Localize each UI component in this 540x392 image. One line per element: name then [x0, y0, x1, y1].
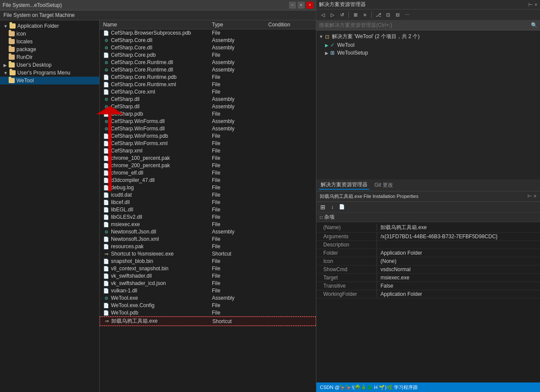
file-row[interactable]: 📄 snapshot_blob.bin File: [100, 258, 316, 265]
file-row[interactable]: ⇒ Shortcut to %smsiexec.exe Shortcut: [100, 250, 316, 258]
file-row[interactable]: 📄 debug.log File: [100, 184, 316, 191]
file-row[interactable]: 📄 WeTool.pdb File: [100, 309, 316, 317]
prop-row[interactable]: WorkingFolder Application Folder: [316, 290, 540, 298]
file-row[interactable]: 📄 libGLESv2.dll File: [100, 214, 316, 221]
file-row[interactable]: 📄 CefSharp.WinForms.xml File: [100, 140, 316, 147]
file-row[interactable]: ⚙ CefSharp.Core.dll Assembly: [100, 44, 316, 52]
file-row[interactable]: ⚙ Newtonsoft.Json.dll Assembly: [100, 228, 316, 236]
collapse-all-button[interactable]: ⊟: [394, 11, 401, 19]
file-row[interactable]: ⚙ CefSharp.dll Assembly: [100, 96, 316, 103]
grid-view-btn[interactable]: ⊞: [319, 203, 327, 211]
file-row[interactable]: ⚙ CefSharp.Core.Runtime.dll Assembly: [100, 59, 316, 66]
back-button[interactable]: ◁: [319, 11, 327, 19]
file-icon: 📄: [103, 170, 109, 176]
file-name-text: CefSharp.Core.Runtime.dll: [111, 67, 173, 73]
file-row[interactable]: ⚙ CefSharp.WinForms.dll Assembly: [100, 118, 316, 125]
file-row[interactable]: ⚙ WeTool.exe Assembly: [100, 295, 316, 302]
props-header: 卸载乌鸦工具箱.exe File Installation Properties…: [316, 191, 540, 202]
file-row[interactable]: ⚙ CefSharp.Core.dll Assembly: [100, 37, 316, 44]
file-row[interactable]: 📄 chrome_200_percent.pak File: [100, 162, 316, 169]
sol-item-solution[interactable]: ▼ ⊡ 解决方案 'WeTool' (2 个项目，共 2 个): [316, 32, 540, 41]
file-row[interactable]: 📄 vk_swiftshader_icd.json File: [100, 280, 316, 287]
prop-row[interactable]: Icon (None): [316, 257, 540, 266]
tree-item-rundir[interactable]: RunDir: [0, 53, 99, 61]
sol-item-wetoolsetup[interactable]: ▶ ⊞ WeToolSetup: [316, 49, 540, 57]
file-row[interactable]: 📄 libcef.dll File: [100, 199, 316, 206]
file-type-cell: File: [210, 133, 267, 139]
file-type-cell: File: [210, 148, 267, 154]
file-type-cell: Assembly: [210, 118, 267, 124]
file-row[interactable]: 📄 chrome_elf.dll File: [100, 169, 316, 177]
file-row[interactable]: 📄 libEGL.dll File: [100, 206, 316, 214]
tree-item-package[interactable]: package: [0, 45, 99, 53]
file-name-text: CefSharp.dll: [111, 96, 140, 102]
pin-button[interactable]: ⌖: [298, 2, 305, 9]
file-row[interactable]: ⚙ CefSharp.WinForms.dll Assembly: [100, 125, 316, 133]
file-row[interactable]: ⚙ CefSharp.Core.Runtime.dll Assembly: [100, 66, 316, 74]
prop-row[interactable]: Description: [316, 241, 540, 249]
file-row[interactable]: 📄 icudtl.dat File: [100, 191, 316, 199]
close-button[interactable]: ×: [306, 2, 313, 9]
file-row[interactable]: 📄 WeTool.exe.Config File: [100, 302, 316, 309]
tree-item-locales[interactable]: locales: [0, 38, 99, 45]
filter-button[interactable]: ≡: [361, 11, 369, 19]
tree-item-app-folder[interactable]: ▼ Application Folder: [0, 22, 99, 30]
assembly-icon: ⚙: [103, 59, 109, 65]
pages-btn[interactable]: 📄: [338, 203, 346, 211]
file-name-text: snapshot_blob.bin: [111, 258, 153, 264]
tree-item-wetool[interactable]: WeTool: [0, 77, 99, 84]
git-button[interactable]: ⎇: [374, 11, 382, 19]
prop-row[interactable]: Target msiexec.exe: [316, 274, 540, 282]
tree-item-users-programs[interactable]: ▼ User's Programs Menu: [0, 69, 99, 77]
col-header-type: Type: [210, 22, 267, 28]
file-type-cell: File: [210, 89, 267, 95]
file-row[interactable]: ⚙ CefSharp.dll Assembly: [100, 103, 316, 110]
file-name-text: Newtonsoft.Json.xml: [111, 236, 159, 242]
solution-explorer-title: 解决方案资源管理器: [319, 1, 366, 8]
prop-row[interactable]: Transitive False: [316, 282, 540, 290]
sort-btn[interactable]: ↕: [329, 203, 336, 211]
prop-row[interactable]: (Name) 卸载乌鸦工具箱.exe: [316, 223, 540, 233]
file-type-cell: File: [210, 207, 267, 213]
file-row[interactable]: 📄 CefSharp.xml File: [100, 147, 316, 155]
sol-item-wetool[interactable]: ▶ ✓ WeTool: [316, 41, 540, 49]
settings-button[interactable]: ⋯: [403, 11, 411, 19]
file-row[interactable]: 📄 CefSharp.Core.Runtime.pdb File: [100, 74, 316, 81]
minimize-button[interactable]: −: [289, 2, 296, 9]
file-row[interactable]: 📄 CefSharp.Core.xml File: [100, 88, 316, 96]
close-icon[interactable]: ×: [534, 2, 537, 8]
file-row[interactable]: 📄 CefSharp.Core.pdb File: [100, 52, 316, 59]
search-bar: 🔍: [316, 20, 540, 30]
file-row[interactable]: 📄 chrome_100_percent.pak File: [100, 155, 316, 162]
forward-button[interactable]: ▷: [329, 11, 336, 19]
prop-row[interactable]: ShowCmd vsdscNormal: [316, 266, 540, 274]
file-row[interactable]: 📄 vulkan-1.dll File: [100, 287, 316, 295]
file-name-cell: ⇒ Shortcut to %smsiexec.exe: [100, 251, 210, 257]
tree-item-users-desktop[interactable]: ▶ User's Desktop: [0, 61, 99, 69]
file-row[interactable]: 📄 CefSharp.WinForms.pdb File: [100, 133, 316, 140]
file-row[interactable]: 📄 vk_swiftshader.dll File: [100, 272, 316, 280]
prop-value: [377, 244, 540, 246]
tab-solution-explorer[interactable]: 解决方案资源管理器: [319, 181, 369, 190]
file-row[interactable]: 📄 d3dcompiler_47.dll File: [100, 177, 316, 184]
file-type-cell: File: [210, 310, 267, 316]
file-row[interactable]: 📄 CefSharp.Core.Runtime.xml File: [100, 81, 316, 88]
file-row[interactable]: 📄 CefSharp.BrowserSubprocess.pdb File: [100, 29, 316, 37]
search-input[interactable]: [319, 22, 529, 28]
file-row[interactable]: 📄 resources.pak File: [100, 243, 316, 250]
file-row[interactable]: 📄 v8_context_snapshot.bin File: [100, 265, 316, 272]
file-row[interactable]: 📄 CefSharp.pdb File: [100, 110, 316, 118]
prop-row[interactable]: Arguments /x{31FD7BD1-44BE-46B3-B732-7EF…: [316, 233, 540, 241]
file-row[interactable]: 📄 msiexec.exe File: [100, 221, 316, 228]
properties-button[interactable]: ⊞: [351, 11, 359, 19]
tab-git-changes[interactable]: Git 更改: [373, 181, 395, 189]
col-header-name: Name: [100, 22, 210, 28]
file-type-cell: File: [210, 111, 267, 117]
close-icon[interactable]: ×: [533, 193, 537, 199]
prop-row[interactable]: Folder Application Folder: [316, 249, 540, 257]
preview-button[interactable]: ⊡: [384, 11, 392, 19]
refresh-button[interactable]: ↺: [338, 11, 346, 19]
file-row[interactable]: 📄 Newtonsoft.Json.xml File: [100, 236, 316, 243]
file-row[interactable]: ⇒ 卸载乌鸦工具箱.exe Shortcut: [100, 317, 316, 326]
tree-item-icon[interactable]: icon: [0, 30, 99, 38]
